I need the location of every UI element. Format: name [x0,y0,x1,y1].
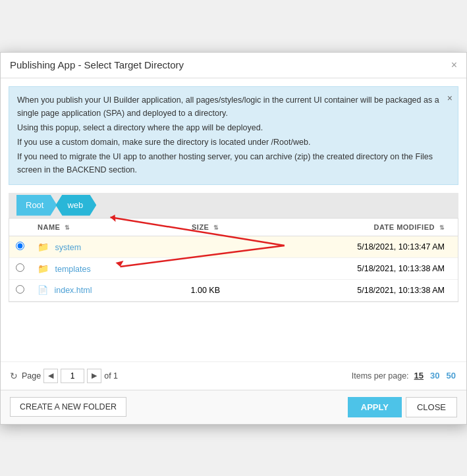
info-line-4: If you need to migrate the UI app to ano… [17,150,450,176]
ipp-30-button[interactable]: 30 [429,371,441,381]
ipp-15-button[interactable]: 15 [413,371,425,381]
footer-right: APPLY CLOSE [348,397,457,417]
row-radio-system[interactable] [16,242,24,250]
breadcrumb-bar: Root web [9,193,458,218]
next-page-button[interactable]: ▶ [87,369,101,383]
items-per-page-label: Items per page: [352,371,409,381]
row-radio-cell [9,236,31,257]
prev-page-button[interactable]: ◀ [43,369,58,383]
row-name-templates[interactable]: templates [55,265,90,274]
page-label: Page [22,371,41,381]
table-body: 📁 system 5/18/2021, 10:13:47 AM [9,236,458,301]
row-name-indexhtml[interactable]: index.html [54,286,92,295]
items-per-page: Items per page: 15 30 50 [352,371,457,381]
row-name-system[interactable]: system [55,243,81,252]
title-close-icon[interactable]: × [451,59,457,71]
row-size-cell [163,236,247,257]
dialog: Publishing App - Select Target Directory… [0,52,467,425]
size-col-header: SIZE ⇅ [163,219,247,236]
table-header: NAME ⇅ SIZE ⇅ DATE MODIFIED ⇅ [9,219,458,236]
empty-space [1,302,466,355]
page-of-label: of 1 [104,371,118,381]
folder-icon: 📁 [38,242,49,252]
row-date-cell: 5/18/2021, 10:13:47 AM [247,236,458,257]
row-date-cell: 5/18/2021, 10:13:38 AM [247,279,458,301]
table-row: 📁 system 5/18/2021, 10:13:47 AM [9,236,458,257]
info-banner: × When you publish your UI Builder appli… [9,86,458,185]
row-radio-cell [9,279,31,301]
table-section: Root web NAME ⇅ SIZE [1,193,466,302]
select-col-header [9,219,31,236]
pagination-left: ↻ Page ◀ ▶ of 1 [10,369,118,383]
breadcrumb-web[interactable]: web [55,195,96,216]
annotations-container: Root web NAME ⇅ SIZE [9,193,458,302]
row-size-cell: 1.00 KB [163,279,247,301]
dialog-title: Publishing App - Select Target Directory [10,59,184,70]
dialog-footer: CREATE A NEW FOLDER APPLY CLOSE [1,390,466,424]
table-row: 📁 templates 5/18/2021, 10:13:38 AM [9,257,458,279]
close-button[interactable]: CLOSE [406,397,457,417]
row-name-cell: 📁 templates [31,257,163,279]
create-folder-button[interactable]: CREATE A NEW FOLDER [10,397,126,417]
row-date-cell: 5/18/2021, 10:13:38 AM [247,257,458,279]
pagination-bar: ↻ Page ◀ ▶ of 1 Items per page: 15 30 50 [1,361,466,390]
row-radio-templates[interactable] [16,263,24,272]
row-size-cell [163,257,247,279]
date-col-header: DATE MODIFIED ⇅ [247,219,458,236]
row-radio-indexhtml[interactable] [16,285,24,294]
size-sort-icon[interactable]: ⇅ [213,225,219,231]
file-icon: 📄 [38,285,48,295]
row-name-cell: 📄 index.html [31,279,163,301]
file-table-container: NAME ⇅ SIZE ⇅ DATE MODIFIED ⇅ [9,218,458,302]
table-row: 📄 index.html 1.00 KB 5/18/2021, 10:13:38… [9,279,458,301]
date-sort-icon[interactable]: ⇅ [439,225,445,231]
page-nav: Page ◀ ▶ of 1 [22,369,118,383]
breadcrumb-root[interactable]: Root [16,195,57,216]
apply-button[interactable]: APPLY [348,397,402,417]
folder-icon: 📁 [38,263,49,274]
name-sort-icon[interactable]: ⇅ [65,225,70,231]
page-input[interactable] [61,369,84,383]
ipp-50-button[interactable]: 50 [445,371,457,381]
file-table: NAME ⇅ SIZE ⇅ DATE MODIFIED ⇅ [9,219,458,302]
row-radio-cell [9,257,31,279]
row-name-cell: 📁 system [31,236,163,257]
info-banner-close-icon[interactable]: × [447,91,453,105]
info-line-3: If you use a custom domain, make sure th… [17,136,450,149]
title-bar: Publishing App - Select Target Directory… [1,53,466,78]
info-line-2: Using this popup, select a directory whe… [17,121,450,134]
name-col-header: NAME ⇅ [31,219,163,236]
refresh-icon[interactable]: ↻ [10,371,18,381]
info-line-1: When you publish your UI Builder applica… [17,93,450,120]
